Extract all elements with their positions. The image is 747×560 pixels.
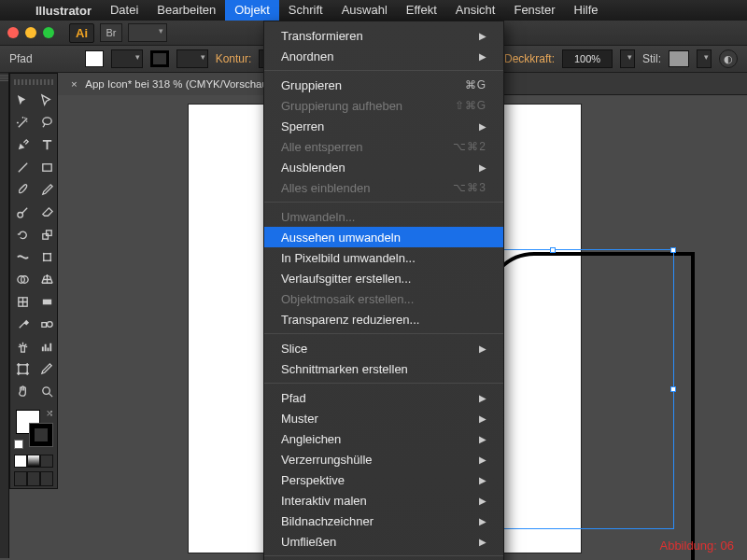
tab-close-icon[interactable]: × xyxy=(71,78,78,90)
rectangle-tool[interactable] xyxy=(35,156,59,178)
opacity-field[interactable]: 100% xyxy=(562,49,613,68)
scale-tool[interactable] xyxy=(35,223,59,245)
pen-tool[interactable] xyxy=(10,133,35,156)
draw-inside[interactable] xyxy=(40,471,53,486)
zoom-icon[interactable] xyxy=(43,27,54,38)
menu-bearbeiten[interactable]: Bearbeiten xyxy=(148,0,225,21)
recolor-button[interactable]: ◐ xyxy=(719,49,738,68)
color-mode-none[interactable] xyxy=(40,455,53,468)
bridge-button[interactable]: Br xyxy=(100,23,122,42)
hand-tool[interactable] xyxy=(10,380,35,402)
paintbrush-tool[interactable] xyxy=(10,178,35,201)
free-transform-tool[interactable] xyxy=(35,245,59,268)
stroke-dropdown[interactable] xyxy=(176,49,208,68)
svg-point-18 xyxy=(42,386,49,394)
arrange-documents-button[interactable] xyxy=(128,23,167,42)
menu-item-anordnen[interactable]: Anordnen▶ xyxy=(264,46,503,66)
document-tab[interactable]: × App Icon* bei 318 % (CMYK/Vorschau) xyxy=(58,73,286,95)
shape-builder-tool[interactable] xyxy=(10,268,35,290)
menu-ansicht[interactable]: Ansicht xyxy=(446,0,505,21)
swap-fill-stroke-icon[interactable]: ⤭ xyxy=(46,408,53,418)
minimize-icon[interactable] xyxy=(25,27,36,38)
zoom-tool[interactable] xyxy=(35,380,59,402)
svg-rect-3 xyxy=(42,233,48,239)
style-dropdown[interactable] xyxy=(697,49,712,68)
deckkraft-label[interactable]: Deckkraft: xyxy=(504,52,555,65)
draw-normal[interactable] xyxy=(14,471,27,486)
draw-behind[interactable] xyxy=(27,471,40,486)
stroke-swatch[interactable] xyxy=(150,50,169,67)
rotate-tool[interactable] xyxy=(10,223,35,245)
selection-handle[interactable] xyxy=(550,247,556,253)
menu-item-angleichen[interactable]: Angleichen▶ xyxy=(264,428,503,449)
slice-tool[interactable] xyxy=(35,357,59,380)
menu-item-interaktiv-malen[interactable]: Interaktiv malen▶ xyxy=(264,490,503,511)
perspective-grid-tool[interactable] xyxy=(35,268,59,290)
selection-tool[interactable] xyxy=(10,89,35,111)
magic-wand-tool[interactable] xyxy=(10,111,35,133)
artboard-tool[interactable] xyxy=(10,357,35,380)
fill-stroke-indicator[interactable]: ⤭ xyxy=(14,408,53,449)
menu-item-pfad[interactable]: Pfad▶ xyxy=(264,387,503,408)
column-graph-tool[interactable] xyxy=(35,335,59,357)
panel-dock-strip[interactable] xyxy=(0,73,9,558)
fill-swatch[interactable] xyxy=(85,50,104,67)
menu-item-slice[interactable]: Slice▶ xyxy=(264,338,503,358)
close-icon[interactable] xyxy=(7,27,19,38)
blob-brush-tool[interactable] xyxy=(10,201,35,223)
menu-auswahl[interactable]: Auswahl xyxy=(332,0,397,21)
menu-item-muster[interactable]: Muster▶ xyxy=(264,408,503,428)
selection-handle[interactable] xyxy=(670,386,676,392)
menu-item-in-pixelbild-umwandeln-[interactable]: In Pixelbild umwandeln... xyxy=(264,247,503,268)
line-tool[interactable] xyxy=(10,156,35,178)
menu-item-aussehen-umwandeln[interactable]: Aussehen umwandeln xyxy=(264,227,503,247)
style-swatch[interactable] xyxy=(669,50,689,67)
pencil-tool[interactable] xyxy=(35,178,59,201)
symbol-sprayer-tool[interactable] xyxy=(10,335,35,357)
mesh-tool[interactable] xyxy=(10,290,35,313)
menu-item-verlaufsgitter-erstellen-[interactable]: Verlaufsgitter erstellen... xyxy=(264,268,503,288)
menu-item-transparenz-reduzieren-[interactable]: Transparenz reduzieren... xyxy=(264,309,503,329)
toolbox-grip[interactable] xyxy=(14,79,53,85)
menu-item-transformieren[interactable]: Transformieren▶ xyxy=(264,25,503,46)
toolbox: ⤭ xyxy=(9,73,58,489)
color-mode-solid[interactable] xyxy=(14,455,27,468)
submenu-arrow-icon: ▶ xyxy=(479,496,486,506)
menu-item-gruppieren[interactable]: Gruppieren⌘G xyxy=(264,75,503,95)
selection-type-label: Pfad xyxy=(9,52,33,65)
gradient-tool[interactable] xyxy=(35,290,59,313)
menu-item-sperren[interactable]: Sperren▶ xyxy=(264,116,503,136)
svg-point-9 xyxy=(49,259,51,261)
stroke-color-icon[interactable] xyxy=(29,423,53,447)
menu-objekt[interactable]: Objekt xyxy=(225,0,279,21)
menu-item-schnittmarken-erstellen[interactable]: Schnittmarken erstellen xyxy=(264,358,503,379)
menu-effekt[interactable]: Effekt xyxy=(397,0,446,21)
opacity-dropdown[interactable] xyxy=(620,49,635,68)
eyedropper-tool[interactable] xyxy=(10,313,35,335)
eraser-tool[interactable] xyxy=(35,201,59,223)
submenu-arrow-icon: ▶ xyxy=(479,413,486,424)
selection-handle[interactable] xyxy=(670,247,676,253)
blend-tool[interactable] xyxy=(35,313,59,335)
direct-selection-tool[interactable] xyxy=(35,89,59,111)
menu-datei[interactable]: Datei xyxy=(101,0,148,21)
menu-hilfe[interactable]: Hilfe xyxy=(565,0,608,21)
objekt-dropdown-menu: Transformieren▶Anordnen▶Gruppieren⌘GGrup… xyxy=(263,21,504,560)
default-fill-stroke-icon[interactable] xyxy=(14,440,23,449)
menu-item-perspektive[interactable]: Perspektive▶ xyxy=(264,469,503,490)
color-mode-gradient[interactable] xyxy=(27,455,40,468)
kontur-label[interactable]: Kontur: xyxy=(216,52,252,65)
figure-caption: Abbildung: 06 xyxy=(659,539,734,553)
app-name[interactable]: Illustrator xyxy=(26,4,101,18)
menu-item-umflie-en[interactable]: Umfließen▶ xyxy=(264,531,503,552)
fill-dropdown[interactable] xyxy=(111,49,143,68)
width-tool[interactable] xyxy=(10,245,35,268)
menu-fenster[interactable]: Fenster xyxy=(504,0,564,21)
menu-item-verzerrungsh-lle[interactable]: Verzerrungshülle▶ xyxy=(264,449,503,469)
lasso-tool[interactable] xyxy=(35,111,59,133)
type-tool[interactable] xyxy=(35,133,59,156)
menu-schrift[interactable]: Schrift xyxy=(279,0,332,21)
svg-point-6 xyxy=(42,252,44,254)
menu-item-bildnachzeichner[interactable]: Bildnachzeichner▶ xyxy=(264,511,503,531)
menu-item-ausblenden[interactable]: Ausblenden▶ xyxy=(264,157,503,177)
